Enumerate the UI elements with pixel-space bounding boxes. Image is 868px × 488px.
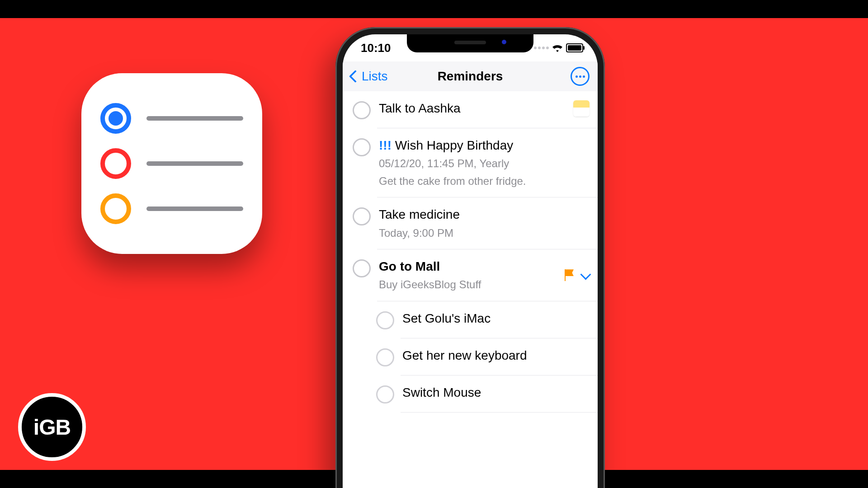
reminder-item[interactable]: !!! Wish Happy Birthday 05/12/20, 11:45 … (343, 128, 598, 197)
reminders-list[interactable]: Talk to Aashka !!! Wish Happy Birthday 0… (343, 91, 598, 488)
app-icon-line (146, 161, 243, 166)
phone-frame: 10:10 Lists Reminders (335, 27, 605, 488)
notes-attachment-icon[interactable] (573, 100, 590, 117)
status-right (534, 41, 583, 55)
reminder-title: Take medicine (379, 206, 590, 223)
more-button[interactable] (571, 67, 590, 86)
chevron-left-icon (349, 70, 362, 83)
back-button[interactable]: Lists (351, 69, 388, 84)
reminder-title: Go to Mall (379, 258, 557, 275)
letterbox-top (0, 0, 868, 18)
reminder-title: Switch Mouse (402, 385, 590, 401)
reminder-item[interactable]: Talk to Aashka (343, 91, 598, 128)
status-time: 10:10 (361, 41, 391, 55)
signal-dots-icon (534, 47, 549, 49)
bullet-red-icon (100, 148, 131, 179)
reminder-meta: Today, 9:00 PM (379, 226, 590, 240)
checkbox-circle-icon[interactable] (353, 138, 371, 156)
reminder-title: Set Golu's iMac (402, 310, 590, 327)
checkbox-circle-icon[interactable] (376, 385, 394, 404)
checkbox-circle-icon[interactable] (353, 259, 371, 277)
checkbox-circle-icon[interactable] (376, 348, 394, 366)
reminder-note: Get the cake from other fridge. (379, 174, 590, 188)
divider (401, 412, 598, 413)
reminder-subitem[interactable]: Get her new keyboard (343, 338, 598, 375)
wifi-icon (552, 41, 562, 55)
app-icon-row (100, 193, 243, 224)
chevron-down-icon[interactable] (580, 269, 591, 280)
bullet-blue-icon (100, 103, 131, 134)
reminder-meta: 05/12/20, 11:45 PM, Yearly (379, 156, 590, 171)
battery-icon (566, 43, 583, 52)
app-icon-row (100, 148, 243, 179)
reminder-note: Buy iGeeksBlog Stuff (379, 277, 557, 292)
checkbox-circle-icon[interactable] (376, 311, 394, 329)
phone-notch (407, 34, 533, 52)
priority-indicator: !!! (379, 138, 392, 152)
app-icon-row (100, 103, 243, 134)
igb-logo: iGB (18, 393, 86, 461)
flag-icon (565, 269, 574, 281)
checkbox-circle-icon[interactable] (353, 207, 371, 225)
reminder-title: Get her new keyboard (402, 347, 590, 364)
reminder-item[interactable]: Go to Mall Buy iGeeksBlog Stuff (343, 249, 598, 301)
reminders-app-icon (81, 73, 262, 254)
nav-bar: Lists Reminders (343, 61, 598, 92)
reminder-subitem[interactable]: Switch Mouse (343, 375, 598, 413)
reminder-title: Wish Happy Birthday (395, 138, 513, 152)
phone-screen: 10:10 Lists Reminders (343, 34, 598, 488)
checkbox-circle-icon[interactable] (353, 101, 371, 119)
reminder-subitem[interactable]: Set Golu's iMac (343, 301, 598, 338)
app-icon-line (146, 116, 243, 121)
reminder-item[interactable]: Take medicine Today, 9:00 PM (343, 197, 598, 249)
back-label: Lists (362, 69, 388, 84)
reminder-title: Talk to Aashka (379, 100, 461, 117)
app-icon-line (146, 206, 243, 211)
bullet-orange-icon (100, 193, 131, 224)
